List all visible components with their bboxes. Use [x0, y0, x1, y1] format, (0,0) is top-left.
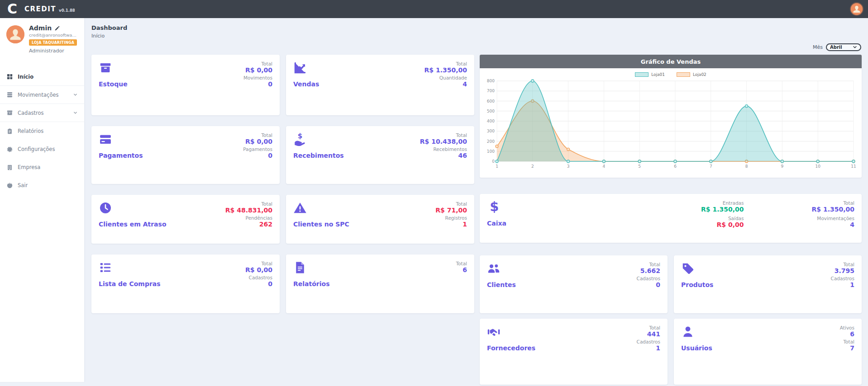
stat-label: Movimentos — [243, 75, 272, 80]
card-title-link[interactable]: Vendas — [293, 80, 319, 88]
stat-label: Total — [435, 201, 467, 207]
sidebar-item-relatorios[interactable]: Relatórios — [0, 122, 84, 140]
stat-label: Ativos — [840, 325, 854, 330]
card-vendas: VendasTotalR$ 1.350,00Quantidade4 — [286, 55, 474, 115]
layers-icon — [6, 91, 13, 98]
sidebar-item-configuracoes[interactable]: Configurações — [0, 140, 84, 158]
left-card-grid: EstoqueTotalR$ 0,00Movimentos0 VendasTot… — [91, 55, 474, 385]
stat-label: Cadastros — [245, 275, 272, 280]
chevron-down-icon — [73, 110, 78, 115]
stat-label: Total — [840, 339, 854, 344]
profile-role: Administrador — [29, 48, 78, 54]
card-clientes: ClientesTotal5.662Cadastros0 — [480, 255, 668, 313]
svg-text:400: 400 — [487, 119, 495, 123]
dollar-icon: $ — [487, 200, 501, 214]
stat-value: 1 — [637, 344, 660, 352]
month-select[interactable]: Abril — [826, 43, 861, 51]
stat-label: Total — [831, 262, 854, 267]
card-stats: TotalR$ 1.350,00Quantidade4 — [424, 61, 467, 109]
stat-value: 1 — [831, 281, 854, 288]
stat-value: 3.795 — [831, 267, 854, 274]
edit-profile-icon[interactable] — [54, 25, 60, 31]
sidebar-item-label: Início — [18, 74, 33, 80]
sidebar-item-cadastros[interactable]: Cadastros — [0, 104, 84, 122]
clipboard-icon — [6, 128, 13, 135]
card-title-link[interactable]: Estoque — [99, 80, 128, 88]
card-stats: Total5.662Cadastros0 — [637, 262, 660, 307]
page-title: Dashboard — [91, 24, 861, 31]
tag-icon — [681, 262, 695, 275]
legend-label: Loja02 — [693, 72, 706, 77]
stat-label: Cadastros — [637, 276, 660, 281]
user-avatar[interactable] — [851, 3, 863, 15]
card-title-link[interactable]: Clientes no SPC — [293, 221, 349, 228]
stat-value: R$ 1.350,00 — [812, 206, 854, 213]
svg-text:9: 9 — [781, 164, 784, 169]
stat-label: Cadastros — [637, 339, 660, 344]
sidebar-item-inicio[interactable]: Início — [0, 68, 84, 86]
stat-label: Total — [420, 132, 467, 138]
credit-card-icon — [99, 132, 112, 146]
stat-value: 5.662 — [637, 267, 660, 274]
stat-value: R$ 1.350,00 — [424, 66, 467, 74]
svg-text:100: 100 — [487, 149, 495, 154]
card-clientes-em-atraso: Clientes em AtrasoTotalR$ 48.831,00Pendê… — [91, 195, 280, 244]
card-title-link[interactable]: Recebimentos — [293, 152, 344, 159]
card-title-link[interactable]: Lista de Compras — [99, 280, 161, 287]
card-stats: TotalR$ 48.831,00Pendências262 — [225, 201, 272, 237]
stat-value: R$ 10.438,00 — [420, 138, 467, 145]
sidebar-item-label: Relatórios — [18, 128, 43, 134]
stat-value: 0 — [245, 280, 272, 287]
profile-avatar[interactable] — [6, 25, 24, 43]
month-filter-label: Mês — [813, 44, 823, 50]
chevron-down-icon — [73, 92, 78, 97]
gear-icon — [6, 146, 13, 153]
chart-legend: Loja01Loja02 — [480, 71, 862, 77]
svg-text:700: 700 — [487, 89, 495, 93]
card-title-link[interactable]: Pagamentos — [99, 152, 143, 159]
svg-text:$: $ — [490, 200, 499, 214]
stat-label: Total — [637, 262, 660, 267]
card-relatorios: RelatóriosTotal6 — [286, 254, 474, 313]
card-stats: Total3.795Cadastros1 — [831, 262, 854, 307]
stat-label: Total — [245, 261, 272, 266]
sidebar-item-empresa[interactable]: Empresa — [0, 158, 84, 176]
users-icon — [487, 262, 501, 275]
stat-label: Total — [243, 132, 272, 138]
stat-value: 6 — [456, 266, 467, 273]
stat-label: Total — [637, 325, 660, 330]
card-title-link[interactable]: Fornecedores — [487, 344, 535, 352]
user-icon — [681, 325, 695, 339]
card-stats: Ativos6Total7 — [840, 325, 854, 378]
stat-value: R$ 0,00 — [245, 266, 272, 273]
card-stats: TotalR$ 10.438,00Recebimentos46 — [420, 132, 467, 178]
sidebar-item-movimentacoes[interactable]: Movimentações — [0, 86, 84, 104]
card-title-link[interactable]: Relatórios — [293, 280, 330, 287]
sales-chart-panel: Gráfico de Vendas Loja01Loja02 010020030… — [480, 55, 862, 178]
card-stats: Total6 — [456, 261, 467, 307]
legend-label: Loja01 — [651, 72, 665, 77]
stat-label: Pendências — [225, 215, 272, 221]
stat-value: R$ 1.350,00 — [701, 206, 744, 213]
sidebar-item-label: Cadastros — [18, 110, 43, 116]
card-stats: TotalR$ 0,00Movimentos0 — [243, 61, 272, 109]
svg-text:6: 6 — [674, 164, 677, 169]
card-estoque: EstoqueTotalR$ 0,00Movimentos0 — [91, 55, 280, 115]
card-title-link[interactable]: Clientes em Atraso — [99, 221, 167, 228]
card-caixa: $CaixaEntradasR$ 1.350,00SaídasR$ 0,00To… — [480, 194, 862, 243]
stat-value: 7 — [840, 344, 854, 352]
card-title-link[interactable]: Caixa — [487, 220, 506, 227]
stat-label: Movimentações — [812, 216, 854, 221]
archive-icon — [6, 109, 13, 116]
card-title-link[interactable]: Produtos — [681, 281, 713, 288]
svg-text:$: $ — [298, 132, 302, 140]
sidebar: Admin credit@anronsoftware.co... LOJA TA… — [0, 18, 84, 382]
svg-text:2: 2 — [531, 164, 534, 169]
sidebar-item-sair[interactable]: Sair — [0, 176, 84, 194]
card-title-link[interactable]: Clientes — [487, 281, 516, 288]
card-title-link[interactable]: Usuários — [681, 344, 712, 352]
box-icon — [99, 61, 112, 75]
svg-text:600: 600 — [487, 99, 495, 104]
app-logo[interactable]: C — [7, 0, 17, 18]
stat-value: 262 — [225, 221, 272, 228]
